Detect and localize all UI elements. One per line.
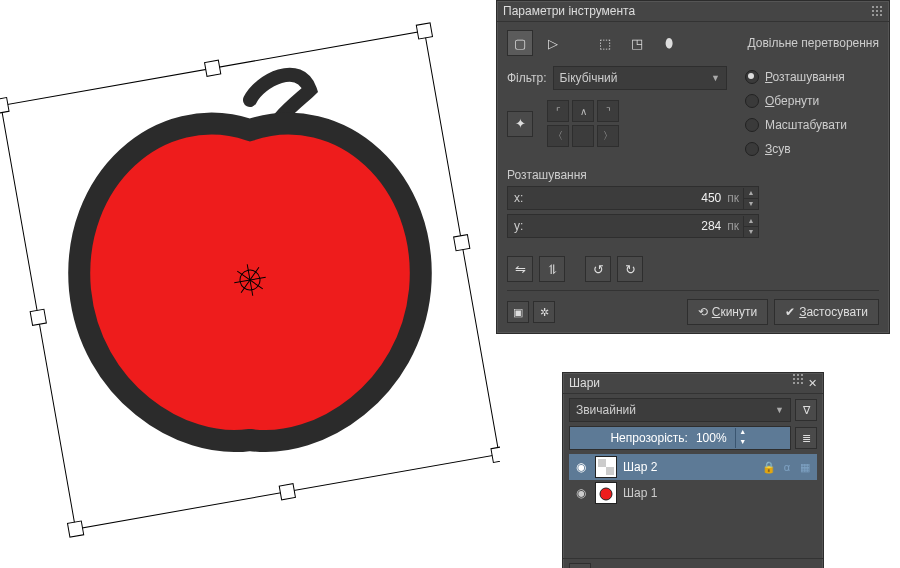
- apply-button[interactable]: ✔ Застосувати: [774, 299, 879, 325]
- nudge-grid: ⌜ ∧ ⌝ 〈 〉: [547, 100, 619, 147]
- transform-target-layer-icon[interactable]: ▢: [507, 30, 533, 56]
- layers-title: Шари: [569, 373, 600, 393]
- svg-rect-1: [0, 97, 9, 113]
- svg-rect-8: [454, 235, 470, 251]
- visibility-icon[interactable]: ◉: [573, 486, 589, 500]
- panel-grab-icon[interactable]: [871, 5, 883, 17]
- opacity-slider[interactable]: Непрозорість: 100% ▲▼: [569, 426, 791, 450]
- x-input[interactable]: x: 450 пк ▲▼: [507, 186, 759, 210]
- chevron-down-icon: ▼: [775, 405, 784, 415]
- svg-rect-7: [30, 309, 46, 325]
- nudge-right[interactable]: 〉: [597, 125, 619, 147]
- layer-name[interactable]: Шар 1: [623, 486, 813, 500]
- layer-filter-icon[interactable]: ∇: [795, 399, 817, 421]
- filter-select[interactable]: Бікубічний ▼: [553, 66, 727, 90]
- svg-point-18: [600, 488, 612, 500]
- svg-rect-5: [205, 60, 221, 76]
- flip-v-icon[interactable]: ⥮: [539, 256, 565, 282]
- perspective-icon[interactable]: ⬚: [593, 31, 617, 55]
- rotate-cw-icon[interactable]: ↻: [617, 256, 643, 282]
- alpha-icon[interactable]: α: [779, 461, 795, 473]
- flip-h-icon[interactable]: ⇋: [507, 256, 533, 282]
- radio-shear[interactable]: Зсув: [745, 138, 847, 160]
- visibility-icon[interactable]: ◉: [573, 460, 589, 474]
- tool-options-title: Параметри інструмента: [503, 1, 635, 21]
- anchor-tr[interactable]: ⌝: [597, 100, 619, 122]
- svg-rect-16: [606, 467, 614, 475]
- layer-name[interactable]: Шар 2: [623, 460, 755, 474]
- radio-rotate[interactable]: Обернути: [745, 90, 847, 112]
- x-step-up[interactable]: ▲: [744, 188, 758, 199]
- layer-settings-icon[interactable]: ≣: [795, 427, 817, 449]
- add-layer-icon[interactable]: ⊞: [569, 563, 591, 568]
- anchor-center-icon[interactable]: ✦: [507, 111, 533, 137]
- svg-rect-3: [67, 521, 83, 537]
- radio-scale[interactable]: Масштабувати: [745, 114, 847, 136]
- reset-button[interactable]: ⟲ Скинути: [687, 299, 768, 325]
- blend-mode-select[interactable]: Звичайний ▼: [569, 398, 791, 422]
- free-transform-icon[interactable]: ▣: [507, 301, 529, 323]
- layer-thumbnail: [595, 456, 617, 478]
- x-step-down[interactable]: ▼: [744, 199, 758, 209]
- apply-icon: ✔: [785, 305, 795, 319]
- delete-layer-icon[interactable]: 🗑: [797, 564, 817, 568]
- svg-rect-6: [279, 484, 295, 500]
- anchor-tl[interactable]: ⌜: [547, 100, 569, 122]
- close-icon[interactable]: ✕: [808, 373, 817, 393]
- filter-label: Фільтр:: [507, 71, 547, 85]
- position-section-title: Розташування: [507, 168, 879, 182]
- edit-transform-icon[interactable]: ✲: [533, 301, 555, 323]
- radio-position[interactable]: Розташування: [745, 66, 847, 88]
- rotate-ccw-icon[interactable]: ↺: [585, 256, 611, 282]
- alpha-lock-icon[interactable]: ▦: [797, 461, 813, 474]
- reset-icon: ⟲: [698, 305, 708, 319]
- panel-grab-icon[interactable]: [792, 373, 804, 385]
- svg-rect-4: [491, 446, 500, 462]
- lock-icon[interactable]: 🔒: [761, 461, 777, 474]
- layer-row[interactable]: ◉ Шар 1: [569, 480, 817, 506]
- nudge-left[interactable]: 〈: [547, 125, 569, 147]
- layers-panel: Шари ✕ Звичайний ▼ ∇ Непрозорість: 100% …: [562, 372, 824, 568]
- layer-row[interactable]: ◉ Шар 2 🔒 α ▦: [569, 454, 817, 480]
- chevron-down-icon: ▼: [711, 73, 720, 83]
- layer-properties-icon[interactable]: ☰: [685, 564, 705, 568]
- apple-drawing: [79, 75, 421, 441]
- svg-rect-15: [598, 459, 606, 467]
- nudge-up[interactable]: ∧: [572, 100, 594, 122]
- canvas-area[interactable]: [0, 0, 500, 520]
- y-step-up[interactable]: ▲: [744, 216, 758, 227]
- transform-target-path-icon[interactable]: ▷: [541, 31, 565, 55]
- warp-icon[interactable]: ◳: [625, 31, 649, 55]
- duplicate-layer-icon[interactable]: ⧉: [607, 564, 627, 568]
- y-input[interactable]: y: 284 пк ▲▼: [507, 214, 759, 238]
- layer-thumbnail: [595, 482, 617, 504]
- move-up-icon[interactable]: ∧: [659, 564, 679, 568]
- anchor-center[interactable]: [572, 125, 594, 147]
- liquify-icon[interactable]: ⬮: [657, 31, 681, 55]
- y-step-down[interactable]: ▼: [744, 227, 758, 237]
- svg-rect-2: [416, 23, 432, 39]
- transform-mode-label: Довільне перетворення: [748, 36, 880, 50]
- move-down-icon[interactable]: ∨: [633, 564, 653, 568]
- tool-options-panel: Параметри інструмента ▢ ▷ ⬚ ◳ ⬮ Довільне…: [496, 0, 890, 334]
